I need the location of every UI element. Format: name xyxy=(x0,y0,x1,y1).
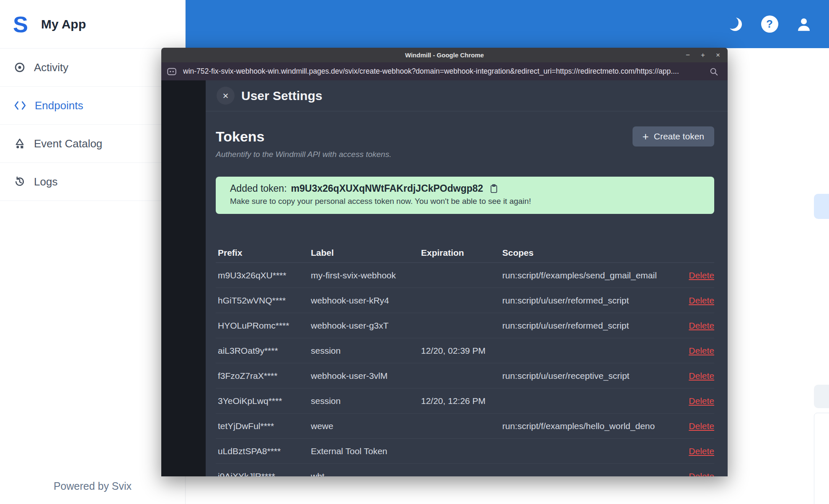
token-label: webhook-user-kRy4 xyxy=(311,296,421,306)
list-row xyxy=(814,385,829,408)
shapes-icon xyxy=(14,138,26,149)
token-prefix: aiL3ROat9y**** xyxy=(218,346,311,356)
token-label: webhook-user-3vlM xyxy=(311,371,421,381)
site-settings-icon[interactable] xyxy=(166,66,177,77)
sidebar-item-activity[interactable]: Activity xyxy=(0,49,185,87)
sidebar-nav: Activity Endpoints Event Catalog Logs xyxy=(0,49,185,201)
table-row: 3YeOiKpLwq**** session 12/20, 12:26 PM D… xyxy=(216,388,714,414)
sidebar-item-endpoints[interactable]: Endpoints xyxy=(0,87,185,125)
table-header-row: Prefix Label Expiration Scopes xyxy=(216,243,714,263)
history-icon xyxy=(14,176,26,188)
delete-token-link[interactable]: Delete xyxy=(681,471,714,477)
column-header-expiration: Expiration xyxy=(421,248,502,258)
table-row: hGiT52wVNQ**** webhook-user-kRy4 run:scr… xyxy=(216,288,714,313)
delete-token-link[interactable]: Delete xyxy=(681,446,714,456)
delete-token-link[interactable]: Delete xyxy=(681,421,714,431)
delete-token-link[interactable]: Delete xyxy=(681,371,714,381)
copy-token-button[interactable] xyxy=(490,184,498,193)
token-label: session xyxy=(311,346,421,356)
help-button[interactable]: ? xyxy=(760,15,779,33)
window-title: Windmill - Google Chrome xyxy=(405,51,484,59)
svix-logo-icon: S xyxy=(8,12,33,36)
delete-token-link[interactable]: Delete xyxy=(681,346,714,356)
token-label: webhook-user-g3xT xyxy=(311,321,421,331)
token-label: wewe xyxy=(311,421,421,431)
token-label: External Tool Token xyxy=(311,446,421,456)
token-label: my-first-svix-webhook xyxy=(311,270,421,280)
powered-by-svix: Powered by Svix xyxy=(0,480,185,492)
added-token-text: Added token: xyxy=(230,183,287,194)
sidebar-item-label: Endpoints xyxy=(35,99,83,112)
close-icon: × xyxy=(222,90,228,102)
minimize-button[interactable]: − xyxy=(684,51,692,59)
delete-token-link[interactable]: Delete xyxy=(681,396,714,406)
dark-mode-moon-icon xyxy=(727,16,744,33)
sidebar-item-logs[interactable]: Logs xyxy=(0,163,185,201)
token-prefix: uLdBztSPA8**** xyxy=(218,446,311,456)
drawer-overlay[interactable] xyxy=(161,80,206,476)
table-row: uLdBztSPA8**** External Tool Token Delet… xyxy=(216,439,714,464)
code-brackets-icon xyxy=(14,100,26,111)
create-token-label: Create token xyxy=(654,131,704,141)
content-panel xyxy=(814,413,829,504)
close-button[interactable]: × xyxy=(714,51,722,59)
clipboard-icon xyxy=(490,184,498,193)
activity-icon xyxy=(14,62,26,73)
token-value: m9U3x26qXUXqNWtFAKrdjJCkPOdwgp82 xyxy=(291,183,483,194)
table-row: tetYjDwFul**** wewe run:script/f/example… xyxy=(216,414,714,439)
sidebar-item-label: Event Catalog xyxy=(34,137,102,150)
table-row: HYOLuPRomc**** webhook-user-g3xT run:scr… xyxy=(216,313,714,338)
account-button[interactable] xyxy=(795,15,813,33)
token-scopes: run:script/u/user/receptive_script xyxy=(502,371,681,381)
create-token-button[interactable]: + Create token xyxy=(633,126,714,147)
token-prefix: m9U3x26qXU**** xyxy=(218,270,311,280)
address-bar[interactable]: win-752-fix-svix-webhook-win.windmill.pa… xyxy=(161,62,728,80)
info-banner xyxy=(814,194,829,219)
drawer-body: Tokens + Create token Authentify to the … xyxy=(206,126,728,476)
tokens-subtitle: Authentify to the Windmill API with acce… xyxy=(216,150,714,159)
drawer-header: × User Settings xyxy=(206,80,728,111)
app-title: My App xyxy=(41,17,86,31)
user-settings-drawer: × User Settings Tokens + Create token Au… xyxy=(206,80,728,476)
sidebar-item-event-catalog[interactable]: Event Catalog xyxy=(0,125,185,163)
tokens-table: Prefix Label Expiration Scopes m9U3x26qX… xyxy=(216,243,714,476)
window-titlebar[interactable]: Windmill - Google Chrome − + × xyxy=(161,48,728,62)
column-header-prefix: Prefix xyxy=(218,248,311,258)
column-header-label: Label xyxy=(311,248,421,258)
sidebar-item-label: Activity xyxy=(34,61,68,74)
sidebar: S My App Activity Endpoints Event Catalo… xyxy=(0,0,186,504)
maximize-button[interactable]: + xyxy=(699,51,707,59)
table-row: f3FzoZ7raX**** webhook-user-3vlM run:scr… xyxy=(216,363,714,388)
zoom-icon[interactable] xyxy=(709,67,718,76)
desktop: Windmill Event Catalog ? xyxy=(0,0,829,504)
token-prefix: i9AiXYkJlR**** xyxy=(218,471,311,477)
help-icon: ? xyxy=(761,15,778,33)
token-expiration: 12/20, 12:26 PM xyxy=(421,396,502,406)
window-content: × User Settings Tokens + Create token Au… xyxy=(161,80,728,476)
sidebar-item-label: Logs xyxy=(34,175,57,188)
token-prefix: HYOLuPRomc**** xyxy=(218,321,311,331)
chrome-window: Windmill - Google Chrome − + × win-752-f… xyxy=(161,48,728,476)
url-text[interactable]: win-752-fix-svix-webhook-win.windmill.pa… xyxy=(183,67,709,76)
token-prefix: tetYjDwFul**** xyxy=(218,421,311,431)
delete-token-link[interactable]: Delete xyxy=(681,270,714,280)
close-drawer-button[interactable]: × xyxy=(217,87,235,105)
brand: S My App xyxy=(0,0,185,49)
token-label: wbt xyxy=(311,471,421,477)
dark-mode-toggle[interactable] xyxy=(726,15,744,33)
token-scopes: run:script/f/examples/send_gmail_email xyxy=(502,270,681,280)
column-header-scopes: Scopes xyxy=(502,248,681,258)
token-prefix: f3FzoZ7raX**** xyxy=(218,371,311,381)
app-topbar: ? xyxy=(185,0,829,48)
account-icon xyxy=(795,15,813,33)
delete-token-link[interactable]: Delete xyxy=(681,296,714,306)
token-label: session xyxy=(311,396,421,406)
token-scopes: run:script/u/user/reformed_script xyxy=(502,296,681,306)
drawer-title: User Settings xyxy=(241,89,322,103)
delete-token-link[interactable]: Delete xyxy=(681,321,714,331)
token-expiration: 12/20, 02:39 PM xyxy=(421,346,502,356)
table-row: aiL3ROat9y**** session 12/20, 02:39 PM D… xyxy=(216,338,714,363)
token-prefix: 3YeOiKpLwq**** xyxy=(218,396,311,406)
token-copy-note: Make sure to copy your personal access t… xyxy=(230,197,700,206)
plus-icon: + xyxy=(643,131,649,142)
